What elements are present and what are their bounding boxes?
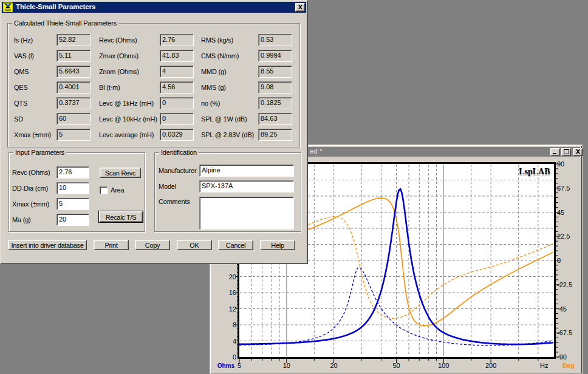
svg-text:50: 50: [392, 362, 400, 369]
svg-text:20: 20: [229, 273, 236, 280]
svg-text:5: 5: [238, 362, 241, 369]
svg-text:-90: -90: [557, 353, 567, 361]
svg-text:0: 0: [557, 257, 561, 264]
svg-text:Deg: Deg: [562, 362, 575, 369]
svg-text:0: 0: [233, 353, 236, 361]
svg-text:22.5: 22.5: [557, 233, 570, 240]
svg-text:100: 100: [438, 362, 449, 369]
svg-text:-67.5: -67.5: [557, 329, 572, 336]
svg-text:90: 90: [557, 160, 564, 168]
svg-text:LspLAB: LspLAB: [519, 167, 550, 176]
svg-text:16: 16: [229, 289, 236, 296]
svg-text:45: 45: [557, 209, 564, 216]
svg-text:12: 12: [229, 305, 236, 313]
svg-text:200: 200: [485, 362, 496, 369]
svg-text:Ohms: Ohms: [217, 362, 235, 369]
svg-text:-22.5: -22.5: [557, 281, 572, 288]
svg-text:8: 8: [233, 321, 236, 328]
svg-text:10: 10: [283, 362, 290, 369]
svg-text:4: 4: [233, 338, 236, 345]
svg-text:-45: -45: [557, 305, 567, 313]
svg-text:Hz: Hz: [540, 362, 548, 369]
svg-text:20: 20: [330, 362, 337, 369]
svg-text:67.5: 67.5: [557, 185, 570, 192]
